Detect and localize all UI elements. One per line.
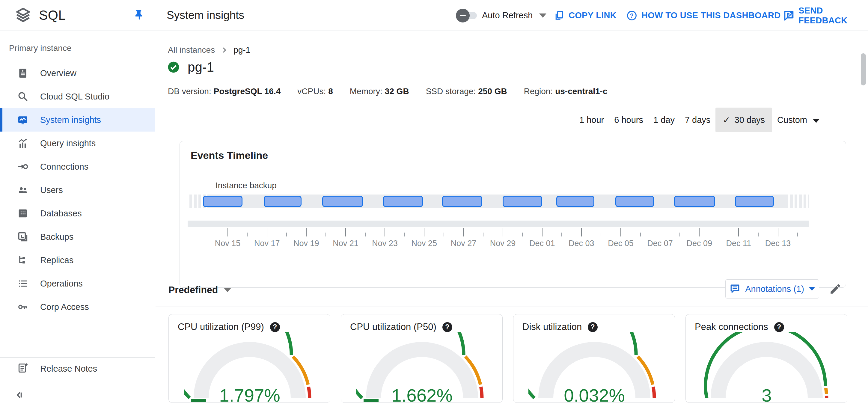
gauge-card-peak-connections: Peak connections?3 [685, 314, 847, 403]
sidebar-item-label: Databases [40, 209, 82, 218]
time-range-label: 1 day [653, 115, 675, 125]
axis-tick [424, 228, 425, 237]
send-feedback-label: SEND FEEDBACK [799, 6, 868, 26]
sidebar-item-cloud-sql-studio[interactable]: Cloud SQL Studio [0, 85, 155, 108]
instance-backup-event-bar[interactable] [264, 196, 302, 207]
axis-tick [719, 232, 719, 237]
axis-tick [286, 232, 287, 237]
copy-link-button[interactable]: COPY LINK [554, 0, 617, 31]
time-range-custom[interactable]: Custom [772, 115, 825, 125]
sidebar-item-system-insights[interactable]: System insights [0, 108, 155, 132]
axis-tick [797, 232, 798, 237]
meta-item: SSD storage:250 GB [426, 87, 507, 96]
time-range-30-days[interactable]: ✓30 days [715, 107, 772, 132]
axis-tick [365, 232, 366, 237]
breadcrumb-all-instances[interactable]: All instances [168, 45, 215, 55]
axis-date-label: Dec 13 [754, 239, 802, 248]
sidebar-item-corp-access[interactable]: Corp Access [0, 295, 155, 319]
time-range-1-day[interactable]: 1 day [648, 115, 680, 125]
gauge-title: Disk utilization [522, 321, 582, 333]
operations-icon [17, 278, 29, 289]
axis-tick [561, 232, 562, 237]
axis-tick [404, 232, 405, 237]
sidebar-item-databases[interactable]: Databases [0, 202, 155, 225]
feedback-icon [783, 10, 794, 21]
instance-backup-event-bar[interactable] [203, 196, 243, 207]
sidebar-item-overview[interactable]: Overview [0, 61, 155, 85]
axis-tick [227, 228, 228, 237]
annotations-icon [730, 284, 740, 294]
product-logo: SQL [15, 7, 66, 23]
timeline-brush[interactable] [188, 221, 809, 227]
how-to-use-dashboard-link[interactable]: ? HOW TO USE THIS DASHBOARD [626, 0, 795, 31]
query-insights-icon [17, 137, 29, 149]
instance-backup-event-bar[interactable] [383, 196, 423, 207]
help-icon[interactable]: ? [774, 322, 784, 332]
axis-tick [483, 232, 484, 237]
gauge-title: CPU utilization (P99) [178, 321, 264, 333]
axis-tick [680, 232, 680, 237]
axis-tick [660, 228, 660, 237]
axis-tick [208, 232, 208, 237]
connections-icon [17, 161, 29, 173]
cloud-sql-logo-icon [15, 7, 31, 23]
instance-backup-event-bar[interactable] [322, 196, 363, 207]
meta-item: Region:us-central1-c [524, 87, 608, 96]
help-icon[interactable]: ? [270, 322, 280, 332]
axis-tick [267, 228, 267, 237]
pin-icon[interactable] [132, 9, 145, 22]
sidebar-item-users[interactable]: Users [0, 178, 155, 202]
copy-icon [554, 10, 564, 21]
collapse-sidebar-button[interactable] [13, 389, 25, 402]
gauge-needle [364, 399, 378, 402]
gauge-card-header: Peak connections? [695, 321, 784, 333]
sidebar-item-connections[interactable]: Connections [0, 155, 155, 178]
top-bar: SQL System insights Auto Refresh COPY LI… [0, 0, 868, 31]
instance-backup-event-bar[interactable] [503, 196, 542, 207]
sidebar-item-operations[interactable]: Operations [0, 272, 155, 295]
axis-tick [601, 232, 601, 237]
sidebar-item-replicas[interactable]: Replicas [0, 248, 155, 272]
time-range-6-hours[interactable]: 6 hours [609, 115, 648, 125]
time-range-1-hour[interactable]: 1 hour [574, 115, 609, 125]
time-range-label: 30 days [735, 115, 765, 125]
help-icon[interactable]: ? [588, 322, 598, 332]
collapse-icon [13, 389, 25, 401]
auto-refresh-menu[interactable]: Auto Refresh [482, 0, 547, 31]
help-icon[interactable]: ? [442, 322, 452, 332]
sidebar-item-label: Query insights [40, 138, 96, 148]
sidebar-item-backups[interactable]: Backups [0, 225, 155, 248]
time-range-label: 7 days [685, 115, 710, 125]
sidebar: Primary instance OverviewCloud SQL Studi… [0, 31, 155, 407]
predefined-dropdown[interactable]: Predefined [168, 284, 231, 295]
release-notes-label: Release Notes [40, 364, 97, 374]
toggle-knob[interactable] [456, 9, 470, 23]
gauge-title: Peak connections [695, 321, 768, 333]
instance-backup-event-bar[interactable] [615, 196, 654, 207]
events-track-fade-right [788, 194, 809, 208]
events-timeline-card: Events Timeline Instance backup Nov 15No… [180, 141, 846, 288]
axis-tick [542, 228, 542, 237]
users-icon [17, 184, 29, 196]
meta-item: Memory:32 GB [350, 87, 409, 96]
edit-dashboard-button[interactable] [829, 283, 842, 296]
meta-item: vCPUs:8 [297, 87, 333, 96]
instance-backup-event-bar[interactable] [674, 196, 715, 207]
send-feedback-button[interactable]: SEND FEEDBACK [783, 0, 868, 31]
annotations-button[interactable]: Annotations (1) [725, 279, 819, 299]
instance-backup-event-bar[interactable] [735, 196, 774, 207]
time-range-7-days[interactable]: 7 days [680, 115, 715, 125]
auto-refresh-toggle[interactable] [456, 10, 478, 21]
sidebar-item-release-notes[interactable]: Release Notes [0, 357, 155, 380]
instance-backup-event-bar[interactable] [442, 196, 482, 207]
axis-tick [345, 228, 346, 237]
sidebar-item-query-insights[interactable]: Query insights [0, 132, 155, 155]
axis-tick [640, 232, 641, 237]
axis-tick [699, 228, 700, 237]
instance-backup-event-bar[interactable] [556, 196, 594, 207]
axis-tick [738, 228, 739, 237]
vertical-scrollbar[interactable] [861, 53, 866, 86]
release-notes-icon [17, 362, 29, 375]
gauge-card-header: Disk utilization? [522, 321, 598, 333]
events-timeline-title: Events Timeline [191, 150, 268, 161]
